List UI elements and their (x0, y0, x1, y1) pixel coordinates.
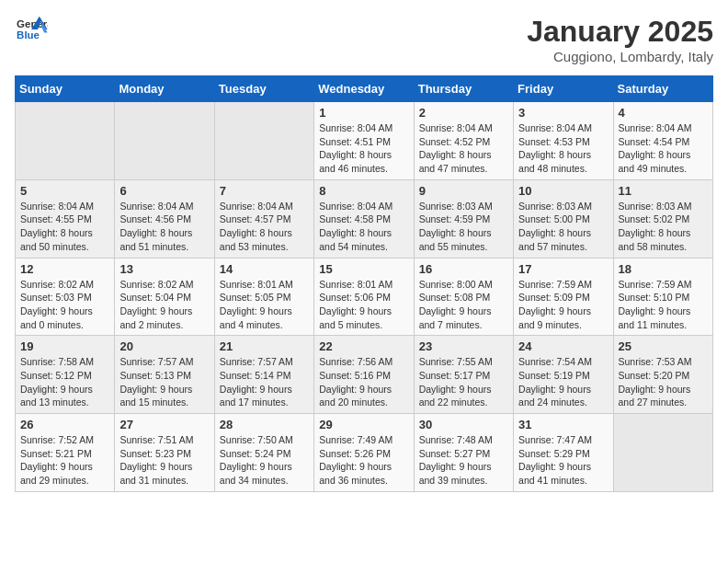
day-header-wednesday: Wednesday (314, 76, 414, 102)
day-info: Sunrise: 8:04 AMSunset: 4:54 PMDaylight:… (619, 121, 708, 176)
calendar-cell (214, 102, 313, 180)
day-number: 10 (518, 184, 608, 198)
day-number: 14 (220, 262, 309, 276)
day-info: Sunrise: 8:00 AMSunset: 5:08 PMDaylight:… (419, 278, 508, 332)
day-header-thursday: Thursday (414, 76, 513, 102)
day-number: 25 (619, 339, 708, 353)
day-number: 29 (319, 418, 408, 431)
day-info: Sunrise: 7:48 AMSunset: 5:27 PMDaylight:… (419, 433, 508, 488)
calendar-cell: 22Sunrise: 7:56 AMSunset: 5:16 PMDayligh… (314, 336, 414, 414)
day-info: Sunrise: 8:01 AMSunset: 5:05 PMDaylight:… (220, 278, 309, 332)
calendar-cell: 1Sunrise: 8:04 AMSunset: 4:51 PMDaylight… (314, 102, 414, 180)
day-number: 26 (20, 418, 109, 431)
calendar-cell: 17Sunrise: 7:59 AMSunset: 5:09 PMDayligh… (514, 258, 613, 336)
calendar-cell: 25Sunrise: 7:53 AMSunset: 5:20 PMDayligh… (613, 336, 712, 414)
day-number: 6 (119, 184, 209, 198)
calendar-cell: 2Sunrise: 8:04 AMSunset: 4:52 PMDaylight… (414, 102, 513, 180)
calendar-cell: 23Sunrise: 7:55 AMSunset: 5:17 PMDayligh… (414, 336, 513, 414)
calendar-cell: 29Sunrise: 7:49 AMSunset: 5:26 PMDayligh… (314, 414, 414, 492)
day-number: 22 (319, 339, 408, 353)
calendar-cell: 12Sunrise: 8:02 AMSunset: 5:03 PMDayligh… (16, 258, 115, 336)
day-info: Sunrise: 7:51 AMSunset: 5:23 PMDaylight:… (119, 433, 209, 488)
calendar-subtitle: Cuggiono, Lombardy, Italy (527, 49, 713, 64)
week-row-2: 5Sunrise: 8:04 AMSunset: 4:55 PMDaylight… (16, 179, 713, 258)
calendar-cell: 9Sunrise: 8:03 AMSunset: 4:59 PMDaylight… (414, 179, 513, 258)
calendar-cell: 16Sunrise: 8:00 AMSunset: 5:08 PMDayligh… (414, 258, 513, 336)
calendar-cell: 10Sunrise: 8:03 AMSunset: 5:00 PMDayligh… (514, 179, 613, 258)
day-info: Sunrise: 7:47 AMSunset: 5:29 PMDaylight:… (518, 433, 608, 488)
day-info: Sunrise: 8:03 AMSunset: 5:00 PMDaylight:… (518, 200, 608, 254)
calendar-cell: 11Sunrise: 8:03 AMSunset: 5:02 PMDayligh… (613, 179, 712, 258)
day-number: 16 (419, 262, 508, 276)
day-info: Sunrise: 7:57 AMSunset: 5:14 PMDaylight:… (220, 355, 309, 409)
day-info: Sunrise: 8:04 AMSunset: 4:56 PMDaylight:… (119, 200, 209, 254)
days-header-row: SundayMondayTuesdayWednesdayThursdayFrid… (16, 76, 713, 102)
calendar-cell: 8Sunrise: 8:04 AMSunset: 4:58 PMDaylight… (314, 179, 414, 258)
day-number: 30 (419, 418, 508, 431)
header: General Blue January 2025 Cuggiono, Lomb… (15, 15, 713, 64)
day-number: 9 (419, 184, 508, 198)
calendar-cell: 19Sunrise: 7:58 AMSunset: 5:12 PMDayligh… (16, 336, 115, 414)
logo: General Blue (15, 15, 48, 42)
calendar-cell: 30Sunrise: 7:48 AMSunset: 5:27 PMDayligh… (414, 414, 513, 492)
day-info: Sunrise: 8:02 AMSunset: 5:03 PMDaylight:… (20, 278, 109, 332)
day-info: Sunrise: 8:04 AMSunset: 4:57 PMDaylight:… (220, 200, 309, 254)
day-info: Sunrise: 8:04 AMSunset: 4:55 PMDaylight:… (20, 200, 109, 254)
day-info: Sunrise: 7:49 AMSunset: 5:26 PMDaylight:… (319, 433, 408, 488)
day-info: Sunrise: 7:59 AMSunset: 5:09 PMDaylight:… (518, 278, 608, 332)
day-info: Sunrise: 8:04 AMSunset: 4:52 PMDaylight:… (419, 121, 508, 176)
calendar-cell: 21Sunrise: 7:57 AMSunset: 5:14 PMDayligh… (214, 336, 313, 414)
day-info: Sunrise: 8:04 AMSunset: 4:51 PMDaylight:… (319, 121, 408, 176)
day-info: Sunrise: 7:54 AMSunset: 5:19 PMDaylight:… (518, 355, 608, 409)
day-number: 20 (119, 339, 209, 353)
calendar-cell: 28Sunrise: 7:50 AMSunset: 5:24 PMDayligh… (214, 414, 313, 492)
calendar-cell: 27Sunrise: 7:51 AMSunset: 5:23 PMDayligh… (115, 414, 214, 492)
day-number: 1 (319, 106, 408, 120)
week-row-1: 1Sunrise: 8:04 AMSunset: 4:51 PMDaylight… (16, 102, 713, 180)
day-info: Sunrise: 8:03 AMSunset: 4:59 PMDaylight:… (419, 200, 508, 254)
day-number: 19 (20, 339, 109, 353)
day-info: Sunrise: 8:02 AMSunset: 5:04 PMDaylight:… (119, 278, 209, 332)
calendar-cell: 4Sunrise: 8:04 AMSunset: 4:54 PMDaylight… (613, 102, 712, 180)
day-info: Sunrise: 7:52 AMSunset: 5:21 PMDaylight:… (20, 433, 109, 488)
day-header-monday: Monday (115, 76, 214, 102)
calendar-cell: 18Sunrise: 7:59 AMSunset: 5:10 PMDayligh… (613, 258, 712, 336)
calendar-cell: 6Sunrise: 8:04 AMSunset: 4:56 PMDaylight… (115, 179, 214, 258)
day-number: 4 (619, 106, 708, 120)
day-number: 2 (419, 106, 508, 120)
calendar-cell: 15Sunrise: 8:01 AMSunset: 5:06 PMDayligh… (314, 258, 414, 336)
day-info: Sunrise: 7:50 AMSunset: 5:24 PMDaylight:… (220, 433, 309, 488)
day-number: 13 (119, 262, 209, 276)
logo-icon: General Blue (15, 15, 48, 42)
calendar-cell (16, 102, 115, 180)
day-header-saturday: Saturday (613, 76, 712, 102)
calendar-table: SundayMondayTuesdayWednesdayThursdayFrid… (15, 75, 713, 492)
day-number: 21 (220, 339, 309, 353)
calendar-cell: 3Sunrise: 8:04 AMSunset: 4:53 PMDaylight… (514, 102, 613, 180)
day-number: 23 (419, 339, 508, 353)
day-number: 5 (20, 184, 109, 198)
day-number: 24 (518, 339, 608, 353)
day-number: 8 (319, 184, 408, 198)
week-row-5: 26Sunrise: 7:52 AMSunset: 5:21 PMDayligh… (16, 414, 713, 492)
calendar-cell: 24Sunrise: 7:54 AMSunset: 5:19 PMDayligh… (514, 336, 613, 414)
calendar-cell: 14Sunrise: 8:01 AMSunset: 5:05 PMDayligh… (214, 258, 313, 336)
day-info: Sunrise: 8:01 AMSunset: 5:06 PMDaylight:… (319, 278, 408, 332)
day-info: Sunrise: 7:56 AMSunset: 5:16 PMDaylight:… (319, 355, 408, 409)
day-info: Sunrise: 7:53 AMSunset: 5:20 PMDaylight:… (619, 355, 708, 409)
day-info: Sunrise: 8:03 AMSunset: 5:02 PMDaylight:… (619, 200, 708, 254)
day-number: 11 (619, 184, 708, 198)
day-info: Sunrise: 7:57 AMSunset: 5:13 PMDaylight:… (119, 355, 209, 409)
day-number: 31 (518, 418, 608, 431)
day-number: 28 (220, 418, 309, 431)
calendar-cell (115, 102, 214, 180)
day-info: Sunrise: 7:59 AMSunset: 5:10 PMDaylight:… (619, 278, 708, 332)
calendar-cell: 26Sunrise: 7:52 AMSunset: 5:21 PMDayligh… (16, 414, 115, 492)
day-number: 17 (518, 262, 608, 276)
calendar-cell: 20Sunrise: 7:57 AMSunset: 5:13 PMDayligh… (115, 336, 214, 414)
calendar-cell: 5Sunrise: 8:04 AMSunset: 4:55 PMDaylight… (16, 179, 115, 258)
calendar-cell: 31Sunrise: 7:47 AMSunset: 5:29 PMDayligh… (514, 414, 613, 492)
day-info: Sunrise: 8:04 AMSunset: 4:58 PMDaylight:… (319, 200, 408, 254)
day-number: 27 (119, 418, 209, 431)
day-header-friday: Friday (514, 76, 613, 102)
